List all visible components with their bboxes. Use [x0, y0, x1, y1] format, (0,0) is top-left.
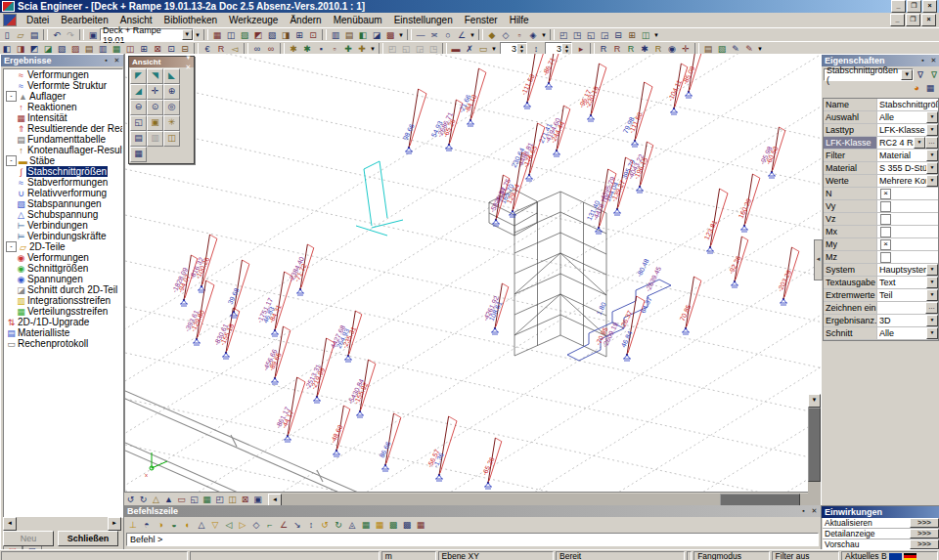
tree-item-verformte-struktur[interactable]: ≈Verformte Struktur [4, 80, 122, 91]
chevron-down-icon[interactable]: ▼ [926, 277, 938, 288]
tree-item-fundamenttabelle[interactable]: ▤Fundamenttabelle [4, 134, 122, 145]
window-close-icon[interactable]: ⊟ [611, 29, 625, 41]
zoom-window-icon[interactable]: ⊙ [147, 100, 163, 115]
chevron-down-icon[interactable]: ▼ [926, 327, 938, 339]
property-row-lfk-klasse[interactable]: LFK-KlasseRC2 4 Rampe▼… [824, 137, 938, 150]
property-value[interactable]: × [877, 238, 938, 250]
copy-picture-icon[interactable]: ▥ [147, 131, 163, 147]
tree-item-resultierende-der-reaktione[interactable]: ⇑Resultierende der Reaktione [4, 123, 122, 134]
tree-expander-icon[interactable]: - [6, 91, 17, 102]
eraser-icon[interactable]: ▬ [449, 43, 463, 55]
opening-icon[interactable]: ▥ [96, 43, 110, 55]
tree-item-rechenprotokoll[interactable]: ▭Rechenprotokoll [4, 338, 122, 349]
pin-icon[interactable]: ▪ [798, 506, 809, 516]
close-icon[interactable]: ✕ [183, 63, 194, 72]
property-value[interactable] [877, 251, 938, 263]
action-execute-button[interactable]: >>> [910, 518, 939, 528]
checkbox[interactable]: × [880, 239, 891, 250]
chevron-down-icon[interactable]: ▼ [397, 29, 405, 41]
print-view-icon[interactable]: ▤ [130, 131, 147, 147]
panel-collapse-button[interactable]: ◄ [814, 239, 823, 280]
property-value[interactable]: Material▼ [877, 150, 938, 161]
pan-icon[interactable]: ✛ [147, 84, 163, 100]
property-value[interactable]: LFK-Klasse▼ [877, 124, 938, 136]
member-icon[interactable]: ◧ [0, 43, 14, 55]
property-value[interactable]: Alle▼ [877, 111, 938, 123]
property-row-name[interactable]: NameStabschnittgrößen [824, 99, 938, 111]
property-row-textausgabe[interactable]: TextausgabeText▼ [824, 277, 938, 289]
property-row-material[interactable]: MaterialS 355 D-Stütze▼ [824, 162, 938, 175]
restore-button[interactable]: ❐ [907, 0, 921, 13]
snap-endpoint-icon[interactable]: ⊥ [126, 519, 140, 531]
scroll-left-icon[interactable]: ◄ [3, 517, 17, 531]
snap-grid-icon[interactable]: ▷ [236, 519, 249, 531]
tree-item-stabverformungen[interactable]: ≈Stabverformungen [4, 177, 122, 188]
chevron-down-icon[interactable]: ▼ [926, 162, 938, 174]
deselect-icon[interactable]: ◇ [499, 29, 513, 41]
chevron-down-icon[interactable]: ▼ [926, 111, 938, 123]
chevron-down-icon[interactable]: ▼ [369, 43, 377, 55]
chevron-down-icon[interactable]: ▼ [194, 29, 201, 41]
viewport-vscrollbar[interactable]: ▼ [808, 394, 821, 505]
checkbox[interactable] [880, 252, 891, 263]
chevron-down-icon[interactable]: ▼ [926, 289, 938, 301]
close-view-icon[interactable]: ⊠ [239, 494, 251, 505]
property-row-filter[interactable]: FilterMaterial▼ [824, 150, 938, 162]
menu-werkzeuge[interactable]: Werkzeuge [223, 14, 284, 26]
checkbox[interactable] [880, 201, 891, 212]
property-row-werte[interactable]: WerteMehrere Kompo▼ [824, 175, 938, 188]
light-icon[interactable]: ✳ [163, 115, 180, 131]
copy2-icon[interactable]: ◱ [399, 43, 413, 55]
checkbox[interactable] [880, 227, 891, 237]
snap-percent-icon[interactable]: ◒ [167, 519, 181, 531]
tree-item-verformungen[interactable]: ≈Verformungen [4, 69, 122, 80]
column-icon[interactable]: ◩ [27, 43, 41, 55]
window-arrange-icon[interactable]: ◫ [639, 29, 652, 41]
zoom-out-icon[interactable]: ⊖ [130, 100, 147, 115]
command-input[interactable]: Befehl > [126, 533, 819, 546]
menu-datei[interactable]: Datei [21, 14, 55, 26]
chevron-down-icon[interactable]: ▼ [901, 69, 913, 80]
line-icon[interactable]: — [414, 29, 427, 41]
cut2-icon[interactable]: ◳ [426, 43, 440, 55]
cancel-icon[interactable]: ✗ [463, 43, 476, 55]
action-execute-button[interactable]: >>> [910, 529, 939, 538]
result-point-icon[interactable]: ◉ [665, 43, 679, 55]
snap-node-icon[interactable]: △ [195, 519, 208, 531]
view-top-icon[interactable]: △ [150, 494, 162, 505]
reaction-icon[interactable]: R [214, 43, 228, 55]
property-value[interactable]: 3D▼ [877, 315, 938, 326]
tree-item-reaktionen[interactable]: ↑Reaktionen [4, 102, 122, 112]
chevron-down-icon[interactable]: ▼ [182, 29, 194, 40]
save-icon[interactable]: ▤ [27, 29, 41, 41]
property-value[interactable]: Hauptsystem▼ [877, 264, 938, 276]
tree-item-st-be[interactable]: -▬Stäbe [4, 155, 122, 166]
neu-button[interactable]: Neu [3, 531, 54, 546]
undo-cmd-icon[interactable]: ↺ [318, 519, 332, 531]
redo-cmd-icon[interactable]: ↻ [332, 519, 345, 531]
chevron-down-icon[interactable]: ▼ [926, 124, 938, 136]
track-icon[interactable]: ↕ [304, 519, 318, 531]
surfaces-icon[interactable]: ▧ [265, 29, 279, 41]
tree-item-verbindungskr-fte[interactable]: ⊨Verbindungskräfte [4, 231, 122, 241]
chevron-down-icon[interactable]: ▼ [926, 264, 938, 276]
3d-model-canvas[interactable]: -94.07-1828.09-100.26-816.32-129.80-393.… [125, 54, 822, 492]
pin-icon[interactable]: ▪ [101, 56, 112, 65]
tree-item-verformungen[interactable]: ◉Verformungen [4, 252, 122, 263]
property-value[interactable]: Stabschnittgrößen [877, 99, 938, 110]
clipboard-icon[interactable]: ◪ [370, 29, 383, 41]
property-value[interactable]: Alle▼ [877, 327, 938, 339]
render-icon[interactable]: ◫ [224, 29, 238, 41]
menu-hilfe[interactable]: Hilfe [504, 14, 535, 26]
property-row-mx[interactable]: Mx [824, 226, 938, 238]
chevron-down-icon[interactable]: ▼ [490, 43, 498, 55]
chevron-down-icon[interactable]: ▼ [469, 29, 476, 41]
ansicht-palette-title[interactable]: Ansicht ▼ ✕ [129, 57, 194, 67]
ortho-icon[interactable]: ⌐ [263, 519, 277, 531]
view-side-icon[interactable]: ▭ [175, 494, 188, 505]
line-grid-icon[interactable]: ▦ [414, 519, 427, 531]
property-set-combobox[interactable]: Stabschnittgrößen ( ▼ [824, 68, 914, 81]
chevron-down-icon[interactable]: ▼ [926, 315, 938, 326]
chevron-down-icon[interactable]: ▼ [808, 394, 821, 408]
edit-icon[interactable]: ✎ [729, 43, 742, 55]
